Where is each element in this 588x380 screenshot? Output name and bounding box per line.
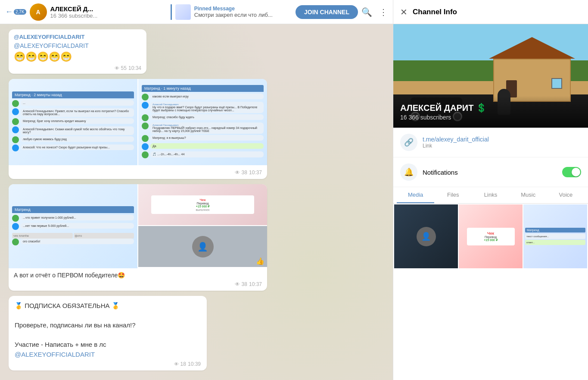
tab-media[interactable]: Media: [397, 187, 434, 203]
cover-subscriber-count: 16 366 subscribers: [400, 114, 581, 121]
photo-3: 👤 👍: [138, 226, 267, 267]
cover-overlay: АЛЕКСЕЙ ДАРИТ 💲 16 366 subscribers: [393, 96, 588, 128]
link-url[interactable]: t.me/alexey_darit_official: [423, 136, 581, 143]
ss-header-2: Матренд · 1 минуту назад: [142, 85, 264, 92]
subscription-text: 🥇 ПОДПИСКА ОБЯЗАТЕЛЬНА 🥇 Проверьте, подп…: [15, 301, 201, 359]
channel-cover: АЛЕКСЕЙ ДАРИТ 💲 16 366 subscribers: [393, 24, 588, 128]
side-link-row[interactable]: 🔗 t.me/alexey_darit_official Link: [393, 128, 588, 157]
media-tabs: Media Files Links Music Voice: [393, 187, 588, 204]
collage-3-meta: 👁 38 10:37: [9, 281, 267, 291]
collage-views: 38: [242, 170, 247, 176]
media-thumb-2[interactable]: Чек Перевод +15 000 ₽: [459, 204, 523, 268]
mention[interactable]: @ALEXEYOFFICIALDARIT: [14, 42, 89, 49]
collage-meta: 👁 38 10:37: [9, 167, 267, 179]
message-emoji: 😁😁😁😁😁: [14, 50, 141, 64]
mention-link[interactable]: @ALEXEYOFFICIALDARIT: [15, 351, 95, 358]
right-photos: Чек Перевод +15 000 ₽ выполнен 👤 👍: [138, 184, 267, 268]
main-content: @ALEXEYOFFICIALDARIT @ALEXEYOFFICIALDARI…: [0, 24, 588, 380]
tab-music[interactable]: Music: [510, 187, 547, 203]
message-time: 10:34: [128, 65, 141, 71]
join-channel-button[interactable]: JOIN CHANNEL: [296, 5, 358, 19]
side-panel-header: ✕ Channel Info: [393, 0, 588, 24]
collage-caption: А вот и отчёт о ПЕРВОМ победителе🤩: [9, 268, 267, 281]
tab-files[interactable]: Files: [434, 187, 472, 203]
more-icon[interactable]: ⋮: [379, 7, 388, 17]
notifications-label: Notifications: [423, 169, 557, 176]
message-text: @ALEXEYOFFICIALDARIT: [14, 42, 141, 50]
msg4-views: 18: [180, 361, 186, 367]
pinned-thumbnail: [175, 4, 191, 20]
bell-icon: 🔔: [400, 163, 417, 181]
link-label: Link: [423, 143, 581, 149]
collage3-time: 10:37: [249, 281, 262, 287]
pinned-label: Pinned Message: [194, 6, 273, 12]
cover-channel-name: АЛЕКСЕЙ ДАРИТ 💲: [400, 103, 581, 113]
side-notifications-row: 🔔 Notifications: [393, 157, 588, 187]
msg4-meta: 👁 18 10:39: [15, 361, 201, 367]
views-icon: 👁: [115, 66, 119, 71]
subscriber-count: 16 366 subscribe...: [50, 13, 167, 19]
message-3-collage: Матренд ...что привет получили 1-000 руб…: [9, 184, 267, 291]
photo-grid-top: Матренд ...что привет получили 1-000 руб…: [9, 184, 267, 268]
media-thumb-3[interactable]: Матренд текст сообщения... ответ...: [523, 204, 587, 268]
collage-grid: Матренд · 2 минуты назад ... Алексей Ген…: [9, 79, 267, 165]
back-button[interactable]: ← 2,7K: [5, 7, 26, 16]
link-icon: 🔗: [400, 134, 417, 151]
channel-name: АЛЕКСЕЙ Д...: [50, 5, 167, 13]
unread-badge: 2,7K: [14, 9, 26, 15]
search-icon[interactable]: 🔍: [361, 7, 372, 17]
ss-header: Матренд · 2 минуты назад: [12, 91, 134, 98]
media-grid: 👤 Чек Перевод +15 000 ₽ Матренд текст со…: [393, 204, 588, 269]
header-actions: 🔍 ⋮: [361, 7, 388, 17]
collage3-views: 38: [242, 281, 247, 287]
screenshot-2: Матренд · 1 минуту назад каково если выи…: [138, 79, 267, 165]
side-body: 🔗 t.me/alexey_darit_official Link 🔔 Noti…: [393, 128, 588, 380]
panel-title: Channel Info: [413, 8, 457, 16]
message-1: @ALEXEYOFFICIALDARIT @ALEXEYOFFICIALDARI…: [9, 29, 146, 74]
msg4-time: 10:39: [188, 361, 201, 367]
chat-header: ← 2,7K А АЛЕКСЕЙ Д... 16 366 subscribe..…: [0, 0, 393, 24]
notifications-toggle[interactable]: [562, 167, 581, 177]
channel-avatar: А: [30, 3, 47, 21]
tab-voice[interactable]: Voice: [547, 187, 585, 203]
media-thumb-1[interactable]: 👤: [394, 204, 458, 268]
channel-info[interactable]: АЛЕКСЕЙ Д... 16 366 subscribe...: [50, 5, 167, 19]
photo-2: Чек Перевод +15 000 ₽ выполнен: [138, 184, 267, 225]
message-meta: 👁 55 10:34: [14, 65, 141, 71]
pinned-text: Pinned Message Смотри закреп если что ли…: [194, 6, 273, 18]
photo-1: Матренд ...что привет получили 1-000 руб…: [9, 184, 137, 268]
side-panel: АЛЕКСЕЙ ДАРИТ 💲 16 366 subscribers 🔗 t.m…: [393, 24, 588, 380]
message-views: 55: [121, 65, 127, 71]
collage-time: 10:37: [249, 170, 262, 176]
link-text: t.me/alexey_darit_official Link: [423, 136, 581, 149]
pinned-preview: Смотри закреп если что либ...: [194, 12, 273, 18]
pinned-message[interactable]: Pinned Message Смотри закреп если что ли…: [171, 4, 292, 20]
screenshot-1: Матренд · 2 минуты назад ... Алексей Ген…: [9, 79, 137, 165]
message-2-collage: Матренд · 2 минуты назад ... Алексей Ген…: [9, 79, 267, 179]
close-button[interactable]: ✕: [400, 7, 408, 17]
chat-area[interactable]: @ALEXEYOFFICIALDARIT @ALEXEYOFFICIALDARI…: [0, 24, 393, 380]
message-4: 🥇 ПОДПИСКА ОБЯЗАТЕЛЬНА 🥇 Проверьте, подп…: [9, 296, 207, 371]
message-sender: @ALEXEYOFFICIALDARIT: [14, 34, 141, 40]
tab-links[interactable]: Links: [472, 187, 509, 203]
